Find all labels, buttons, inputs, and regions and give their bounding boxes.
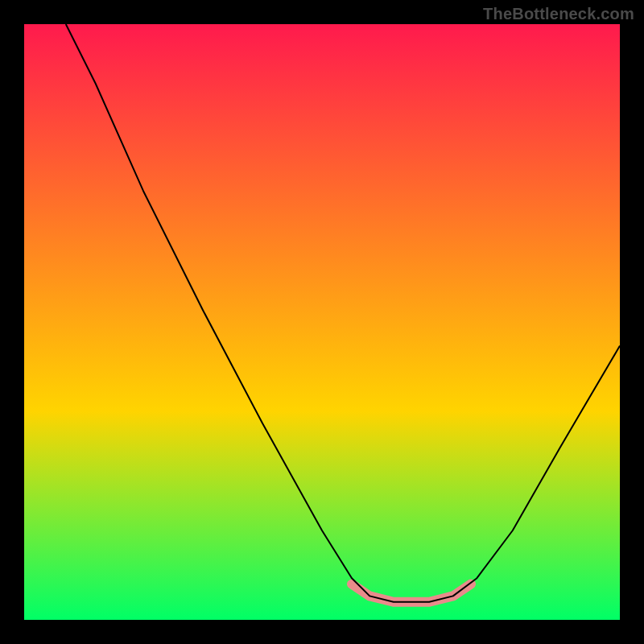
watermark-text: TheBottleneck.com xyxy=(483,5,634,23)
bottleneck-chart xyxy=(0,0,644,644)
chart-frame: TheBottleneck.com xyxy=(0,0,644,644)
